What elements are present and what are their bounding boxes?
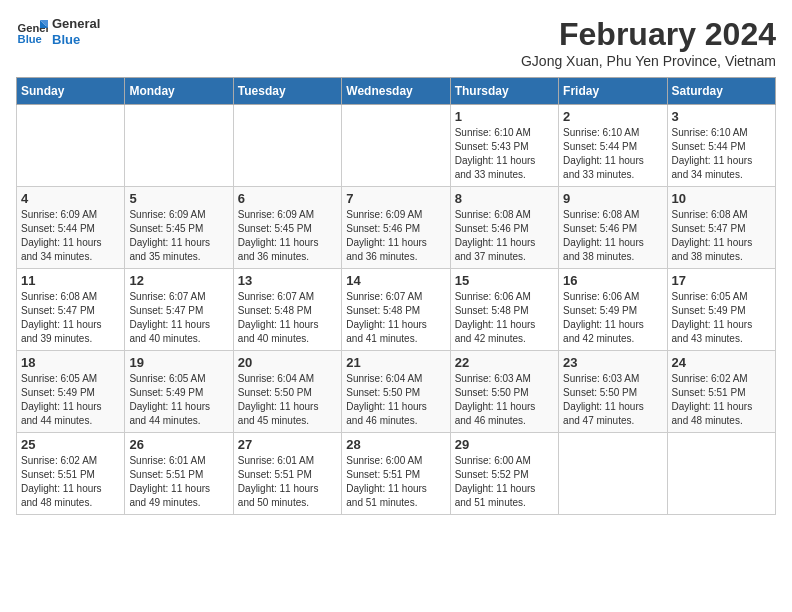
day-number: 13 <box>238 273 337 288</box>
calendar-week-row: 1Sunrise: 6:10 AM Sunset: 5:43 PM Daylig… <box>17 105 776 187</box>
day-info: Sunrise: 6:03 AM Sunset: 5:50 PM Dayligh… <box>455 372 554 428</box>
logo: General Blue General Blue <box>16 16 100 48</box>
calendar-cell: 4Sunrise: 6:09 AM Sunset: 5:44 PM Daylig… <box>17 187 125 269</box>
calendar-cell: 10Sunrise: 6:08 AM Sunset: 5:47 PM Dayli… <box>667 187 775 269</box>
calendar-cell <box>342 105 450 187</box>
day-number: 2 <box>563 109 662 124</box>
day-number: 1 <box>455 109 554 124</box>
day-number: 11 <box>21 273 120 288</box>
day-info: Sunrise: 6:02 AM Sunset: 5:51 PM Dayligh… <box>21 454 120 510</box>
calendar-cell: 29Sunrise: 6:00 AM Sunset: 5:52 PM Dayli… <box>450 433 558 515</box>
calendar-cell: 26Sunrise: 6:01 AM Sunset: 5:51 PM Dayli… <box>125 433 233 515</box>
day-number: 9 <box>563 191 662 206</box>
day-info: Sunrise: 6:01 AM Sunset: 5:51 PM Dayligh… <box>129 454 228 510</box>
day-number: 20 <box>238 355 337 370</box>
calendar-cell: 11Sunrise: 6:08 AM Sunset: 5:47 PM Dayli… <box>17 269 125 351</box>
calendar-cell: 21Sunrise: 6:04 AM Sunset: 5:50 PM Dayli… <box>342 351 450 433</box>
calendar-cell: 28Sunrise: 6:00 AM Sunset: 5:51 PM Dayli… <box>342 433 450 515</box>
day-info: Sunrise: 6:06 AM Sunset: 5:49 PM Dayligh… <box>563 290 662 346</box>
day-number: 14 <box>346 273 445 288</box>
day-number: 28 <box>346 437 445 452</box>
calendar-header-row: SundayMondayTuesdayWednesdayThursdayFrid… <box>17 78 776 105</box>
calendar-cell <box>125 105 233 187</box>
calendar-cell: 13Sunrise: 6:07 AM Sunset: 5:48 PM Dayli… <box>233 269 341 351</box>
svg-text:Blue: Blue <box>18 33 42 45</box>
day-number: 3 <box>672 109 771 124</box>
day-number: 27 <box>238 437 337 452</box>
day-number: 5 <box>129 191 228 206</box>
weekday-header: Monday <box>125 78 233 105</box>
day-number: 17 <box>672 273 771 288</box>
calendar-cell: 23Sunrise: 6:03 AM Sunset: 5:50 PM Dayli… <box>559 351 667 433</box>
calendar-cell: 9Sunrise: 6:08 AM Sunset: 5:46 PM Daylig… <box>559 187 667 269</box>
weekday-header: Saturday <box>667 78 775 105</box>
day-info: Sunrise: 6:02 AM Sunset: 5:51 PM Dayligh… <box>672 372 771 428</box>
calendar-cell <box>559 433 667 515</box>
weekday-header: Thursday <box>450 78 558 105</box>
calendar-cell: 12Sunrise: 6:07 AM Sunset: 5:47 PM Dayli… <box>125 269 233 351</box>
day-info: Sunrise: 6:08 AM Sunset: 5:47 PM Dayligh… <box>21 290 120 346</box>
calendar-cell <box>667 433 775 515</box>
day-number: 15 <box>455 273 554 288</box>
weekday-header: Sunday <box>17 78 125 105</box>
calendar-cell: 27Sunrise: 6:01 AM Sunset: 5:51 PM Dayli… <box>233 433 341 515</box>
day-info: Sunrise: 6:05 AM Sunset: 5:49 PM Dayligh… <box>129 372 228 428</box>
day-number: 6 <box>238 191 337 206</box>
calendar-cell: 22Sunrise: 6:03 AM Sunset: 5:50 PM Dayli… <box>450 351 558 433</box>
calendar-cell <box>17 105 125 187</box>
day-number: 7 <box>346 191 445 206</box>
day-info: Sunrise: 6:09 AM Sunset: 5:45 PM Dayligh… <box>129 208 228 264</box>
logo-general: General <box>52 16 100 32</box>
calendar-cell: 2Sunrise: 6:10 AM Sunset: 5:44 PM Daylig… <box>559 105 667 187</box>
calendar-cell: 16Sunrise: 6:06 AM Sunset: 5:49 PM Dayli… <box>559 269 667 351</box>
day-info: Sunrise: 6:08 AM Sunset: 5:47 PM Dayligh… <box>672 208 771 264</box>
weekday-header: Friday <box>559 78 667 105</box>
calendar-cell: 14Sunrise: 6:07 AM Sunset: 5:48 PM Dayli… <box>342 269 450 351</box>
day-number: 22 <box>455 355 554 370</box>
day-number: 8 <box>455 191 554 206</box>
day-number: 25 <box>21 437 120 452</box>
day-info: Sunrise: 6:10 AM Sunset: 5:43 PM Dayligh… <box>455 126 554 182</box>
day-info: Sunrise: 6:07 AM Sunset: 5:48 PM Dayligh… <box>346 290 445 346</box>
day-info: Sunrise: 6:00 AM Sunset: 5:52 PM Dayligh… <box>455 454 554 510</box>
calendar-week-row: 4Sunrise: 6:09 AM Sunset: 5:44 PM Daylig… <box>17 187 776 269</box>
day-info: Sunrise: 6:01 AM Sunset: 5:51 PM Dayligh… <box>238 454 337 510</box>
weekday-header: Wednesday <box>342 78 450 105</box>
day-info: Sunrise: 6:04 AM Sunset: 5:50 PM Dayligh… <box>346 372 445 428</box>
calendar-week-row: 18Sunrise: 6:05 AM Sunset: 5:49 PM Dayli… <box>17 351 776 433</box>
day-info: Sunrise: 6:09 AM Sunset: 5:46 PM Dayligh… <box>346 208 445 264</box>
day-number: 29 <box>455 437 554 452</box>
day-number: 12 <box>129 273 228 288</box>
calendar-week-row: 11Sunrise: 6:08 AM Sunset: 5:47 PM Dayli… <box>17 269 776 351</box>
calendar-cell: 17Sunrise: 6:05 AM Sunset: 5:49 PM Dayli… <box>667 269 775 351</box>
day-info: Sunrise: 6:07 AM Sunset: 5:47 PM Dayligh… <box>129 290 228 346</box>
calendar-cell: 1Sunrise: 6:10 AM Sunset: 5:43 PM Daylig… <box>450 105 558 187</box>
day-info: Sunrise: 6:04 AM Sunset: 5:50 PM Dayligh… <box>238 372 337 428</box>
day-number: 10 <box>672 191 771 206</box>
calendar-cell: 25Sunrise: 6:02 AM Sunset: 5:51 PM Dayli… <box>17 433 125 515</box>
calendar-table: SundayMondayTuesdayWednesdayThursdayFrid… <box>16 77 776 515</box>
day-info: Sunrise: 6:03 AM Sunset: 5:50 PM Dayligh… <box>563 372 662 428</box>
calendar-cell: 15Sunrise: 6:06 AM Sunset: 5:48 PM Dayli… <box>450 269 558 351</box>
day-number: 26 <box>129 437 228 452</box>
day-info: Sunrise: 6:10 AM Sunset: 5:44 PM Dayligh… <box>672 126 771 182</box>
title-block: February 2024 GJong Xuan, Phu Yen Provin… <box>521 16 776 69</box>
calendar-cell: 6Sunrise: 6:09 AM Sunset: 5:45 PM Daylig… <box>233 187 341 269</box>
calendar-cell <box>233 105 341 187</box>
calendar-week-row: 25Sunrise: 6:02 AM Sunset: 5:51 PM Dayli… <box>17 433 776 515</box>
calendar-cell: 8Sunrise: 6:08 AM Sunset: 5:46 PM Daylig… <box>450 187 558 269</box>
day-info: Sunrise: 6:05 AM Sunset: 5:49 PM Dayligh… <box>21 372 120 428</box>
page-subtitle: GJong Xuan, Phu Yen Province, Vietnam <box>521 53 776 69</box>
calendar-cell: 20Sunrise: 6:04 AM Sunset: 5:50 PM Dayli… <box>233 351 341 433</box>
day-number: 21 <box>346 355 445 370</box>
calendar-cell: 24Sunrise: 6:02 AM Sunset: 5:51 PM Dayli… <box>667 351 775 433</box>
logo-blue: Blue <box>52 32 100 48</box>
calendar-cell: 18Sunrise: 6:05 AM Sunset: 5:49 PM Dayli… <box>17 351 125 433</box>
calendar-cell: 5Sunrise: 6:09 AM Sunset: 5:45 PM Daylig… <box>125 187 233 269</box>
day-number: 16 <box>563 273 662 288</box>
day-info: Sunrise: 6:09 AM Sunset: 5:45 PM Dayligh… <box>238 208 337 264</box>
day-info: Sunrise: 6:08 AM Sunset: 5:46 PM Dayligh… <box>455 208 554 264</box>
page-header: General Blue General Blue February 2024 … <box>16 16 776 69</box>
page-title: February 2024 <box>521 16 776 53</box>
day-info: Sunrise: 6:05 AM Sunset: 5:49 PM Dayligh… <box>672 290 771 346</box>
